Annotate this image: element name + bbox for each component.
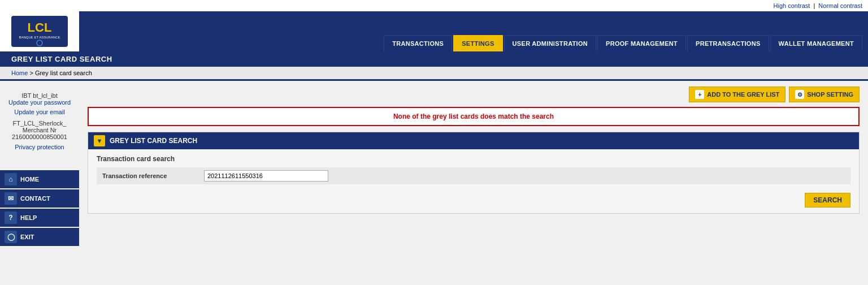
search-panel-title: GREY LIST CARD SEARCH bbox=[110, 137, 197, 145]
breadcrumb: Home > Grey list card search bbox=[0, 67, 868, 79]
topbar-separator: | bbox=[813, 2, 815, 9]
svg-text:LCL: LCL bbox=[28, 20, 52, 34]
help-icon: ? bbox=[5, 211, 17, 224]
merchant-info: FT_LCL_Sherlock_ Merchant Nr 21600000008… bbox=[6, 120, 73, 140]
panel-collapse-icon[interactable]: ▼ bbox=[94, 135, 105, 146]
transaction-reference-label: Transaction reference bbox=[102, 172, 204, 179]
tab-wallet-management[interactable]: WALLET MANAGEMENT bbox=[770, 35, 862, 51]
contact-button[interactable]: ✉ CONTACT bbox=[0, 189, 79, 208]
add-icon: + bbox=[695, 90, 704, 99]
shop-btn-label: SHOP SETTING bbox=[807, 91, 853, 98]
home-button[interactable]: ⌂ HOME bbox=[0, 170, 79, 188]
add-btn-label: ADD TO THE GREY LIST bbox=[707, 91, 779, 98]
sidebar: IBT bt_lcl_ibt Update your password Upda… bbox=[0, 81, 79, 285]
content: + ADD TO THE GREY LIST ⚙ SHOP SETTING No… bbox=[79, 81, 868, 285]
search-panel-body: Transaction card search Transaction refe… bbox=[88, 149, 859, 213]
error-message: None of the grey list cards does match t… bbox=[393, 113, 554, 120]
home-icon: ⌂ bbox=[5, 173, 17, 185]
update-password-link[interactable]: Update your password bbox=[6, 99, 73, 106]
page-title: GREY LIST CARD SEARCH bbox=[11, 55, 857, 63]
exit-label: EXIT bbox=[20, 234, 34, 240]
transaction-reference-input[interactable] bbox=[204, 170, 328, 182]
logo-area: LCL BANQUE ET ASSURANCE bbox=[0, 11, 79, 51]
page-header: GREY LIST CARD SEARCH Home > Grey list c… bbox=[0, 51, 868, 81]
breadcrumb-home[interactable]: Home bbox=[11, 70, 28, 76]
breadcrumb-separator: > bbox=[29, 70, 34, 76]
update-email-link[interactable]: Update your email bbox=[6, 109, 73, 115]
nav-tabs: TRANSACTIONS SETTINGS USER ADMINISTRATIO… bbox=[79, 35, 868, 51]
merchant-label: FT_LCL_Sherlock_ bbox=[6, 120, 73, 127]
help-label: HELP bbox=[20, 214, 37, 221]
lcl-logo: LCL BANQUE ET ASSURANCE bbox=[11, 16, 68, 47]
contact-icon: ✉ bbox=[5, 192, 17, 205]
tab-settings[interactable]: SETTINGS bbox=[453, 35, 502, 51]
search-action: SEARCH bbox=[97, 193, 850, 208]
page-title-bar: GREY LIST CARD SEARCH bbox=[0, 51, 868, 67]
exit-icon: ◯ bbox=[5, 231, 17, 243]
exit-button[interactable]: ◯ EXIT bbox=[0, 228, 79, 246]
breadcrumb-current: Grey list card search bbox=[35, 70, 92, 76]
nav-area: TRANSACTIONS SETTINGS USER ADMINISTRATIO… bbox=[79, 11, 868, 51]
section-title: Transaction card search bbox=[97, 155, 850, 163]
add-to-grey-list-button[interactable]: + ADD TO THE GREY LIST bbox=[689, 87, 785, 102]
high-contrast-link[interactable]: High contrast bbox=[774, 2, 810, 9]
help-button[interactable]: ? HELP bbox=[0, 209, 79, 227]
tab-transactions[interactable]: TRANSACTIONS bbox=[384, 35, 452, 51]
error-box: None of the grey list cards does match t… bbox=[88, 107, 860, 126]
sidebar-nav: ⌂ HOME ✉ CONTACT ? HELP ◯ EXIT bbox=[0, 170, 79, 246]
search-panel-header: ▼ GREY LIST CARD SEARCH bbox=[88, 132, 859, 149]
user-info: IBT bt_lcl_ibt Update your password Upda… bbox=[0, 87, 79, 153]
merchant-nr-label: Merchant Nr bbox=[6, 127, 73, 133]
transaction-reference-row: Transaction reference bbox=[97, 167, 850, 184]
main-layout: IBT bt_lcl_ibt Update your password Upda… bbox=[0, 81, 868, 285]
svg-text:BANQUE ET ASSURANCE: BANQUE ET ASSURANCE bbox=[19, 36, 60, 39]
privacy-link[interactable]: Privacy protection bbox=[6, 144, 73, 150]
tab-pretransactions[interactable]: PRETRANSACTIONS bbox=[687, 35, 769, 51]
home-label: HOME bbox=[20, 176, 39, 183]
tab-proof-management[interactable]: PROOF MANAGEMENT bbox=[597, 35, 686, 51]
contact-label: CONTACT bbox=[20, 195, 50, 202]
merchant-nr: 2160000000850001 bbox=[6, 133, 73, 140]
search-panel: ▼ GREY LIST CARD SEARCH Transaction card… bbox=[88, 132, 860, 214]
header: LCL BANQUE ET ASSURANCE TRANSACTIONS SET… bbox=[0, 11, 868, 51]
search-button[interactable]: SEARCH bbox=[805, 193, 850, 208]
shop-setting-button[interactable]: ⚙ SHOP SETTING bbox=[789, 87, 860, 102]
topbar: High contrast | Normal contrast bbox=[0, 0, 868, 11]
normal-contrast-link[interactable]: Normal contrast bbox=[818, 2, 862, 9]
shop-icon: ⚙ bbox=[795, 90, 804, 99]
toolbar: + ADD TO THE GREY LIST ⚙ SHOP SETTING bbox=[88, 87, 860, 102]
tab-user-administration[interactable]: USER ADMINISTRATION bbox=[504, 35, 596, 51]
user-label: IBT bt_lcl_ibt bbox=[6, 92, 73, 99]
